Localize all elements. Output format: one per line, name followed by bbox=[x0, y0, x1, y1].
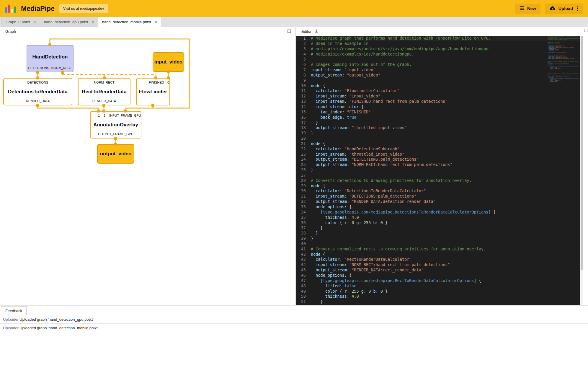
feedback-source: Uploader bbox=[0, 317, 19, 322]
code-line: 9 bbox=[296, 78, 580, 83]
feedback-tab-label: Feedback bbox=[5, 309, 22, 313]
hamburger-icon bbox=[520, 6, 525, 11]
file-tabs: Graph_0.pbtxt×hand_detection_gpu.pbtxt×h… bbox=[0, 17, 588, 27]
node-title: RectToRenderData bbox=[79, 89, 130, 95]
expand-feedback-panel-icon[interactable] bbox=[583, 308, 586, 311]
graph-panel: Graph bbox=[0, 27, 295, 305]
code-line: 19} bbox=[296, 131, 580, 136]
editor-scrollbar[interactable] bbox=[580, 36, 583, 305]
code-line: 47 [type.googleapis.com/mediapipe.RectTo… bbox=[296, 278, 580, 283]
code-lines: 1# MediaPipe graph that performs hand de… bbox=[296, 36, 580, 305]
port-label: NORM_RECT bbox=[79, 81, 130, 84]
graph-node-handdetection[interactable]: HandDetection DETECTIONS NORM_RECT bbox=[27, 45, 74, 72]
tab-editor[interactable]: Editor bbox=[297, 27, 323, 36]
more-options-icon[interactable] bbox=[577, 6, 578, 11]
expand-graph-panel-icon[interactable] bbox=[288, 30, 291, 33]
visit-chip: Visit us at mediapipe.dev bbox=[59, 4, 108, 13]
code-line: 46 node_options: { bbox=[296, 273, 580, 278]
code-line: 44 input_stream: "NORM_RECT:hand_rect_fr… bbox=[296, 262, 580, 268]
code-line: 23 input_stream: "throttled_input_video" bbox=[296, 152, 580, 157]
port-marker bbox=[103, 76, 106, 79]
close-tab-icon[interactable]: × bbox=[33, 20, 36, 25]
port-marker bbox=[114, 137, 117, 140]
code-line: 12 input_stream: "input_video" bbox=[296, 94, 580, 99]
file-tab[interactable]: hand_detection_gpu.pbtxt× bbox=[40, 17, 98, 27]
feedback-panel: Feedback UploaderUploaded graph 'hand_de… bbox=[0, 306, 588, 365]
feedback-rows: UploaderUploaded graph 'hand_detection_g… bbox=[0, 315, 588, 332]
new-button[interactable]: New bbox=[515, 4, 540, 14]
node-title: output_video bbox=[98, 151, 134, 157]
port-marker bbox=[151, 104, 154, 107]
code-line: 42node { bbox=[296, 252, 580, 257]
new-button-label: New bbox=[527, 6, 536, 11]
graph-node-annotationoverlay[interactable]: 1 2 INPUT_FRAME_GPU AnnotationOverlay OU… bbox=[90, 111, 141, 138]
code-line: 11 calculator: "FlowLimiterCalculator" bbox=[296, 88, 580, 94]
graph-canvas[interactable]: HandDetection DETECTIONS NORM_RECT input… bbox=[0, 36, 295, 305]
expand-editor-panel-icon[interactable] bbox=[584, 29, 587, 32]
close-tab-icon[interactable]: × bbox=[154, 20, 157, 25]
port-label: OUTPUT_FRAME_GPU bbox=[91, 132, 141, 136]
graph-tab-label: Graph bbox=[5, 29, 16, 34]
scrollbar-thumb[interactable] bbox=[581, 36, 583, 270]
graph-node-flowlimiter[interactable]: FINISHED 0 FlowLimiter bbox=[136, 78, 170, 105]
feedback-message: Uploaded graph 'hand_detection_mobile.pb… bbox=[19, 326, 98, 330]
code-line: 16 back_edge: true bbox=[296, 115, 580, 120]
code-line: 17 } bbox=[296, 120, 580, 126]
code-line: 43 calculator: "RectToRenderDataCalculat… bbox=[296, 257, 580, 262]
side-strip bbox=[583, 27, 588, 305]
visit-text: Visit us at bbox=[63, 6, 79, 11]
close-tab-icon[interactable]: × bbox=[91, 20, 94, 25]
app-title: MediaPipe bbox=[21, 5, 55, 13]
port-marker bbox=[167, 70, 170, 73]
port-marker bbox=[61, 71, 64, 74]
graph-node-output-video[interactable]: output_video bbox=[97, 144, 134, 164]
code-line: 48 filled: false bbox=[296, 283, 580, 289]
code-line: 1# MediaPipe graph that performs hand de… bbox=[296, 36, 580, 41]
graph-node-detectionstorenderdata[interactable]: DETECTIONS DetectionsToRenderData RENDER… bbox=[3, 78, 72, 105]
code-line: 21node { bbox=[296, 141, 580, 146]
code-line: 24 output_stream: "DETECTIONS:palm_detec… bbox=[296, 157, 580, 162]
feedback-row: UploaderUploaded graph 'hand_detection_m… bbox=[0, 324, 588, 332]
code-line: 32 output_stream: "RENDER_DATA:detection… bbox=[296, 199, 580, 204]
port-marker bbox=[36, 76, 39, 79]
code-line: 27 bbox=[296, 173, 580, 178]
upload-button[interactable]: Upload bbox=[545, 4, 583, 14]
graph-node-input-video[interactable]: input_video bbox=[153, 52, 184, 72]
node-title: DetectionsToRenderData bbox=[4, 89, 72, 95]
code-editor[interactable]: 1# MediaPipe graph that performs hand de… bbox=[296, 36, 583, 305]
code-line: 51 } bbox=[296, 299, 580, 304]
code-line: 5 bbox=[296, 57, 580, 62]
node-title: AnnotationOverlay bbox=[91, 122, 141, 128]
code-line: 30 calculator: "DetectionsToRenderDataCa… bbox=[296, 188, 580, 194]
feedback-panel-header: Feedback bbox=[0, 306, 588, 315]
mediapipe-dev-link[interactable]: mediapipe.dev bbox=[80, 6, 104, 11]
tab-feedback[interactable]: Feedback bbox=[1, 306, 27, 315]
node-title: FlowLimiter bbox=[137, 89, 169, 95]
port-label: 2 bbox=[104, 114, 105, 117]
tab-graph[interactable]: Graph bbox=[1, 27, 20, 36]
feedback-source: Uploader bbox=[0, 326, 19, 330]
port-label: INPUT_FRAME_GPU bbox=[109, 114, 141, 117]
file-tab[interactable]: Graph_0.pbtxt× bbox=[1, 17, 40, 27]
code-line: 13 input_stream: "FINISHED:hand_rect_fro… bbox=[296, 99, 580, 104]
code-line: 4# mediapipie/examples/ios/handdetection… bbox=[296, 52, 580, 57]
editor-panel: Editor 1# MediaPipe graph that performs … bbox=[296, 27, 583, 305]
file-tab-label: hand_detection_mobile.pbtxt bbox=[102, 20, 151, 24]
file-tab[interactable]: hand_detection_mobile.pbtxt× bbox=[98, 17, 161, 27]
code-line: 37 } bbox=[296, 225, 580, 231]
feedback-row: UploaderUploaded graph 'hand_detection_g… bbox=[0, 315, 588, 324]
port-marker bbox=[114, 143, 117, 146]
port-label: FINISHED bbox=[149, 81, 164, 84]
graph-panel-header: Graph bbox=[0, 27, 295, 36]
code-line: 26} bbox=[296, 167, 580, 173]
port-marker bbox=[36, 71, 39, 74]
port-marker bbox=[97, 110, 100, 113]
graph-edges bbox=[0, 36, 295, 305]
code-line: 40 bbox=[296, 241, 580, 247]
code-line: 33 node_options: { bbox=[296, 204, 580, 210]
port-marker bbox=[36, 104, 39, 107]
download-icon[interactable] bbox=[314, 29, 318, 34]
port-label: 1 bbox=[98, 114, 100, 117]
graph-node-recttorenderdata[interactable]: NORM_RECT RectToRenderData RENDER_DATA bbox=[78, 78, 130, 105]
port-marker bbox=[48, 43, 51, 46]
